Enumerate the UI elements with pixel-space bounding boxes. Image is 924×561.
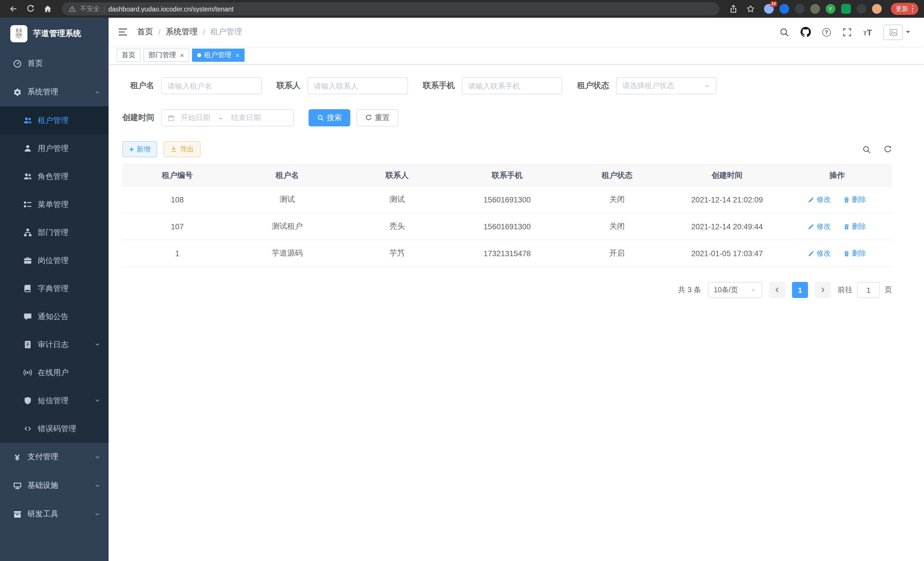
extension-icon-5[interactable]: Y: [825, 4, 835, 14]
col-header: 创建时间: [672, 164, 782, 186]
sidebar-item-menu[interactable]: 菜单管理: [0, 190, 109, 218]
extension-icon-2[interactable]: [779, 4, 789, 14]
pagination: 共 3 条 10条/页 1 前往 页: [122, 282, 892, 298]
reload-icon[interactable]: [23, 2, 38, 16]
user-avatar-menu[interactable]: [884, 24, 910, 40]
search-icon[interactable]: [779, 27, 789, 37]
gear-icon: [13, 87, 22, 97]
sidebar-item-user[interactable]: 用户管理: [0, 134, 109, 162]
date-range-picker[interactable]: 开始日期 - 结束日期: [161, 109, 294, 126]
tags-view: 首页 部门管理 × 租户管理 ×: [109, 46, 924, 65]
export-button[interactable]: 导出: [164, 141, 201, 157]
back-icon[interactable]: [6, 2, 21, 16]
font-size-icon[interactable]: TT: [863, 28, 872, 36]
sidebar-item-system[interactable]: 系统管理: [0, 78, 109, 106]
toolbar-right-icons: [862, 145, 892, 153]
edit-button[interactable]: 修改: [808, 248, 831, 258]
tree-table-icon: [23, 200, 32, 209]
sidebar-item-devtools[interactable]: 研发工具: [0, 500, 109, 528]
sidebar-item-notice[interactable]: 通知公告: [0, 302, 109, 331]
active-dot: [197, 53, 201, 57]
cell-created: 2021-12-14 21:02:09: [672, 186, 782, 213]
add-button[interactable]: + 新增: [122, 141, 157, 157]
tenant-name-input[interactable]: [161, 77, 262, 94]
cell-id: 1: [122, 240, 232, 267]
kebab-menu-icon: [912, 6, 913, 12]
cell-phone: 15601691300: [452, 213, 562, 240]
breadcrumb-system[interactable]: 系统管理: [166, 27, 198, 37]
contact-input[interactable]: [308, 77, 408, 94]
box-icon: [13, 510, 22, 519]
tab-tenant[interactable]: 租户管理 ×: [192, 49, 244, 62]
extension-icon-1[interactable]: 10: [764, 4, 773, 14]
cell-actions: 修改 删除: [782, 186, 892, 213]
sidebar-item-role[interactable]: 角色管理: [0, 162, 109, 190]
toggle-search-icon[interactable]: [862, 145, 871, 153]
goto-page-input[interactable]: [857, 282, 880, 298]
cell-status: 关闭: [562, 186, 672, 213]
hamburger-icon[interactable]: [118, 27, 128, 37]
prev-page-button[interactable]: [769, 282, 785, 298]
sidebar-item-label: 字典管理: [38, 283, 69, 294]
profile-avatar[interactable]: [872, 4, 881, 14]
col-header: 租户状态: [562, 164, 672, 186]
next-page-button[interactable]: [815, 282, 831, 298]
bookmark-star-icon[interactable]: [743, 2, 758, 16]
edit-button[interactable]: 修改: [808, 195, 831, 205]
sidebar-item-label: 系统管理: [27, 87, 58, 97]
status-select[interactable]: 请选择租户状态: [616, 77, 717, 94]
security-label: 不安全: [80, 5, 100, 13]
table-row: 107 测试租户 秃头 15601691300 关闭 2021-12-14 20…: [122, 213, 892, 240]
extensions-puzzle-icon[interactable]: [856, 4, 866, 14]
extension-icon-4[interactable]: [810, 4, 820, 14]
reset-button[interactable]: 重置: [357, 109, 398, 126]
share-icon[interactable]: [726, 2, 741, 16]
delete-button[interactable]: 删除: [843, 248, 866, 258]
close-icon[interactable]: ×: [236, 52, 239, 59]
chevron-down-icon: [94, 454, 100, 460]
sidebar-item-online-users[interactable]: 在线用户: [0, 359, 109, 387]
sidebar-item-auditlog[interactable]: 审计日志: [0, 331, 109, 359]
browser-update-menu-button[interactable]: 更新: [891, 3, 918, 15]
edit-button[interactable]: 修改: [808, 222, 831, 231]
sidebar-item-label: 租户管理: [38, 115, 69, 126]
cell-id: 107: [122, 213, 232, 240]
chevron-up-icon: [94, 89, 100, 95]
phone-input[interactable]: [462, 77, 562, 94]
page-content: 租户名 联系人 联系手机 租户状态 请选择租户状态: [109, 65, 924, 561]
close-icon[interactable]: ×: [180, 52, 184, 59]
tab-home[interactable]: 首页: [117, 49, 141, 62]
delete-button[interactable]: 删除: [843, 222, 866, 231]
sidebar-logo[interactable]: 芋道管理系统: [0, 18, 109, 49]
refresh-icon[interactable]: [884, 145, 892, 153]
delete-button[interactable]: 删除: [843, 195, 866, 205]
sidebar-item-sms[interactable]: 短信管理: [0, 387, 109, 415]
page-button-1[interactable]: 1: [792, 282, 808, 298]
security-warning-icon: [69, 5, 76, 13]
page-size-select[interactable]: 10条/页: [708, 282, 762, 298]
chevron-right-icon: [820, 287, 826, 293]
home-icon[interactable]: [40, 2, 55, 16]
help-icon[interactable]: ?: [822, 28, 831, 36]
sidebar-item-dict[interactable]: 字典管理: [0, 274, 109, 302]
sidebar-item-tenant[interactable]: 租户管理: [0, 106, 109, 134]
sidebar-item-home[interactable]: 首页: [0, 49, 109, 78]
book-icon: [23, 284, 32, 293]
sidebar-item-post[interactable]: 岗位管理: [0, 247, 109, 274]
sidebar-item-infrastructure[interactable]: 基础设施: [0, 471, 109, 500]
sidebar-item-dept[interactable]: 部门管理: [0, 218, 109, 247]
extension-icon-6[interactable]: [841, 4, 850, 14]
sidebar-item-label: 基础设施: [27, 480, 58, 491]
col-header: 操作: [782, 164, 892, 186]
fullscreen-icon[interactable]: [842, 27, 852, 37]
sidebar-item-errorcode[interactable]: 错误码管理: [0, 415, 109, 443]
sidebar-item-label: 研发工具: [27, 509, 58, 519]
sidebar-item-label: 部门管理: [38, 227, 69, 238]
address-bar[interactable]: 不安全 dashboard.yudao.iocoder.cn/system/te…: [62, 2, 719, 15]
github-icon[interactable]: [800, 27, 811, 37]
sidebar-item-payment[interactable]: ¥ 支付管理: [0, 443, 109, 471]
tab-dept[interactable]: 部门管理 ×: [143, 49, 189, 62]
breadcrumb-home[interactable]: 首页: [137, 27, 153, 37]
extension-icon-3[interactable]: [795, 4, 804, 14]
search-button[interactable]: 搜索: [309, 109, 350, 126]
